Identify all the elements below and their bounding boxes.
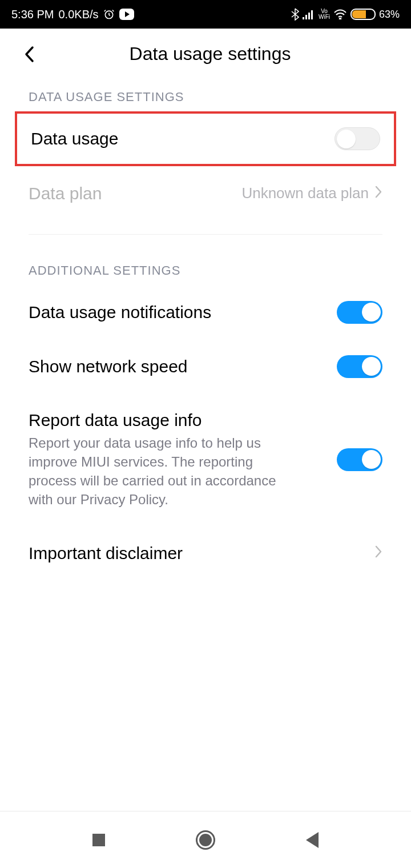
toggle-report-usage[interactable] bbox=[337, 448, 382, 471]
divider bbox=[29, 234, 382, 235]
toggle-network-speed[interactable] bbox=[337, 355, 382, 378]
nav-back-button[interactable] bbox=[295, 823, 329, 857]
row-label: Data plan bbox=[29, 184, 241, 203]
row-data-usage[interactable]: Data usage bbox=[15, 111, 396, 166]
svg-point-7 bbox=[340, 18, 341, 19]
row-label: Show network speed bbox=[29, 357, 337, 376]
row-network-speed[interactable]: Show network speed bbox=[0, 339, 411, 393]
nav-recent-button[interactable] bbox=[82, 823, 116, 857]
row-report-usage[interactable]: Report data usage info Report your data … bbox=[0, 393, 411, 526]
row-notifications[interactable]: Data usage notifications bbox=[0, 285, 411, 339]
chevron-right-icon bbox=[374, 184, 382, 203]
page-title: Data usage settings bbox=[21, 43, 400, 65]
toggle-notifications[interactable] bbox=[337, 301, 382, 324]
youtube-icon bbox=[119, 9, 134, 20]
status-netspeed: 0.0KB/s bbox=[58, 8, 98, 21]
battery-icon bbox=[350, 9, 376, 20]
vowifi-icon: VoWiFi bbox=[319, 9, 330, 20]
svg-rect-5 bbox=[308, 13, 310, 19]
svg-rect-4 bbox=[305, 15, 307, 19]
row-label: Report data usage info bbox=[29, 411, 337, 430]
app-header: Data usage settings bbox=[0, 29, 411, 79]
row-disclaimer[interactable]: Important disclaimer bbox=[0, 526, 411, 580]
bluetooth-icon bbox=[291, 8, 299, 21]
section-data-usage-header: DATA USAGE SETTINGS bbox=[0, 79, 411, 111]
svg-rect-3 bbox=[303, 17, 304, 19]
toggle-data-usage[interactable] bbox=[335, 127, 380, 150]
svg-rect-6 bbox=[311, 10, 313, 19]
wifi-icon bbox=[333, 9, 347, 19]
row-value: Unknown data plan bbox=[241, 184, 369, 202]
navigation-bar bbox=[0, 811, 411, 868]
row-label: Important disclaimer bbox=[29, 544, 374, 563]
section-additional-header: ADDITIONAL SETTINGS bbox=[0, 253, 411, 285]
chevron-right-icon bbox=[374, 544, 382, 562]
row-subtitle: Report your data usage info to help us i… bbox=[29, 433, 303, 509]
row-label: Data usage notifications bbox=[29, 303, 337, 322]
signal-icon bbox=[303, 9, 315, 19]
alarm-icon bbox=[103, 9, 115, 20]
battery-percent: 63% bbox=[379, 9, 400, 21]
status-bar: 5:36 PM 0.0KB/s VoWiFi 63% bbox=[0, 0, 411, 29]
status-time: 5:36 PM bbox=[11, 8, 54, 21]
nav-home-button[interactable] bbox=[188, 823, 223, 857]
row-data-plan[interactable]: Data plan Unknown data plan bbox=[0, 166, 411, 220]
row-label: Data usage bbox=[31, 129, 335, 148]
